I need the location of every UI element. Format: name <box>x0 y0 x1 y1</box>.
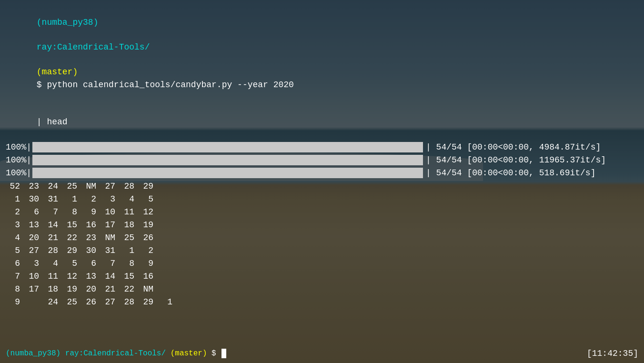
space1 <box>37 30 42 40</box>
space2 <box>37 55 42 64</box>
d-30: 30 <box>24 193 43 205</box>
d-29b: 29 <box>138 296 157 308</box>
d-29: 29 <box>62 244 81 257</box>
d-19: 19 <box>138 219 157 231</box>
d-15b: 15 <box>119 270 138 282</box>
branch-2: (master) <box>171 349 207 358</box>
progress-bar-fill-3 <box>32 168 423 178</box>
user-host: ray: <box>37 42 57 52</box>
d-17b: 17 <box>24 283 43 295</box>
d-23b: 23 <box>81 232 100 244</box>
d-8b: 8 <box>119 257 138 270</box>
cal-week-5: 5 27 28 29 30 31 1 2 <box>6 244 638 257</box>
d-3: 3 <box>24 257 43 270</box>
cal-week-1: 1 30 31 1 2 3 4 5 <box>6 193 638 206</box>
d-16: 16 <box>81 219 100 231</box>
day-24: 24 <box>43 180 62 192</box>
calendar-output: 52 23 24 25 NM 27 28 29 1 30 31 1 2 3 4 … <box>6 180 638 309</box>
user-host-2: ray: <box>65 349 83 358</box>
dollar-sign: $ <box>211 349 221 358</box>
d-1b: 1 <box>119 244 138 257</box>
d-22: 22 <box>62 232 81 244</box>
cal-week-2: 2 6 7 8 9 10 11 12 <box>6 206 638 219</box>
env-label: (numba_py38) <box>37 18 99 27</box>
progress-pct-1: 100%| <box>6 142 31 152</box>
wn-8: 8 <box>6 283 24 295</box>
d-15: 15 <box>62 219 81 231</box>
timestamp: [11:42:35] <box>587 349 638 358</box>
d-12: 12 <box>138 206 157 218</box>
d-17: 17 <box>100 219 119 231</box>
path-2: Calendrical-Tools/ <box>83 349 166 358</box>
d-30b: 30 <box>81 244 100 257</box>
d-1c: 1 <box>157 296 176 308</box>
d-14b: 14 <box>100 270 119 282</box>
progress-bar-fill-1 <box>32 142 423 152</box>
d-27b: 27 <box>100 296 119 308</box>
d-21: 21 <box>43 232 62 244</box>
progress-bar-fill-container-2 <box>32 155 423 165</box>
progress-stats-3: | 54/54 [00:00<00:00, 518.69it/s] <box>426 168 595 178</box>
d-18: 18 <box>119 219 138 231</box>
d-1: 1 <box>62 193 81 205</box>
path: Calendrical-Tools/ <box>57 42 150 52</box>
d-8: 8 <box>62 206 81 218</box>
cal-week-3: 3 13 14 15 16 17 18 19 <box>6 219 638 232</box>
d-25b: 25 <box>62 296 81 308</box>
progress-bar-1: 100%| | 54/54 [00:00<00:00, 4984.87it/s] <box>6 141 638 153</box>
d-31b: 31 <box>100 244 119 257</box>
terminal-window: (numba_py38) ray:Calendrical-Tools/ (mas… <box>0 0 644 363</box>
d-12b: 12 <box>62 270 81 282</box>
command-text: $ python calendrical_tools/candybar.py -… <box>37 80 294 90</box>
d-27: 27 <box>24 244 43 257</box>
cal-week-6: 6 3 4 5 6 7 8 9 <box>6 257 638 270</box>
cal-week-9: 9 24 25 26 27 28 29 1 <box>6 296 638 309</box>
progress-stats-2: | 54/54 [00:00<00:00, 11965.37it/s] <box>426 155 606 165</box>
progress-bar-2: 100%| | 54/54 [00:00<00:00, 11965.37it/s… <box>6 154 638 166</box>
day-28: 28 <box>119 180 138 192</box>
d-19b: 19 <box>62 283 81 295</box>
d-13: 13 <box>24 219 43 231</box>
d-24: 24 <box>43 296 62 308</box>
day-nm-0: NM <box>81 180 100 192</box>
progress-pct-2: 100%| <box>6 155 31 165</box>
d-26: 26 <box>138 232 157 244</box>
progress-bar-fill-container-3 <box>32 168 423 178</box>
d-31: 31 <box>43 193 62 205</box>
d-2b: 2 <box>138 244 157 257</box>
progress-bar-fill-2 <box>32 155 423 165</box>
wn-9: 9 <box>6 296 24 308</box>
progress-stats-1: | 54/54 [00:00<00:00, 4984.87it/s] <box>426 142 601 152</box>
d-16b: 16 <box>138 270 157 282</box>
d-7b: 7 <box>100 257 119 270</box>
d-10: 10 <box>100 206 119 218</box>
cal-week-4: 4 20 21 22 23 NM 25 26 <box>6 232 638 244</box>
d-9: 9 <box>81 206 100 218</box>
cal-week-8: 8 17 18 19 20 21 22 NM <box>6 283 638 296</box>
progress-bar-fill-container-1 <box>32 142 423 152</box>
d-28: 28 <box>43 244 62 257</box>
d-5: 5 <box>138 193 157 205</box>
d-13b: 13 <box>81 270 100 282</box>
day-27: 27 <box>100 180 119 192</box>
d-4: 4 <box>119 193 138 205</box>
d-18b: 18 <box>43 283 62 295</box>
d-26b: 26 <box>81 296 100 308</box>
terminal-content: (numba_py38) ray:Calendrical-Tools/ (mas… <box>0 0 644 363</box>
progress-bar-3: 100%| | 54/54 [00:00<00:00, 518.69it/s] <box>6 167 638 179</box>
wn-7: 7 <box>6 270 24 282</box>
d-11b: 11 <box>43 270 62 282</box>
head-line: | head <box>6 103 638 141</box>
env2-label: (numba_py38) <box>6 349 60 358</box>
d-20: 20 <box>24 232 43 244</box>
bottom-prompt-area: (numba_py38) ray:Calendrical-Tools/ (mas… <box>6 349 638 358</box>
command-prompt-line: (numba_py38) ray:Calendrical-Tools/ (mas… <box>6 4 638 103</box>
d-28b: 28 <box>119 296 138 308</box>
day-23: 23 <box>24 180 43 192</box>
d-nm-8: NM <box>138 283 157 295</box>
head-text: | head <box>37 117 68 127</box>
branch: (master) <box>37 67 78 77</box>
d-4b: 4 <box>43 257 62 270</box>
d-nm-4: NM <box>100 232 119 244</box>
d-25: 25 <box>119 232 138 244</box>
